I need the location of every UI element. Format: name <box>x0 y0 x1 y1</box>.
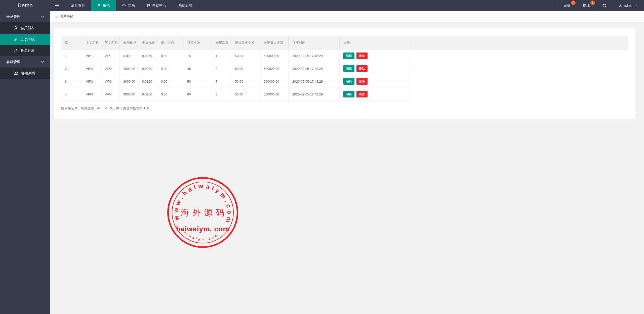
column-header: 佣金比例 <box>138 36 157 49</box>
cell-price: 6000.00 <box>119 88 138 101</box>
cell-withdraw_count: 4 <box>212 49 231 62</box>
users-icon <box>14 72 18 75</box>
breadcrumb-arrow-icon: » <box>55 15 57 19</box>
cell-commission: 0.0050 <box>138 49 157 62</box>
sidebar-toggle-button[interactable] <box>50 0 65 11</box>
user-menu[interactable]: admin <box>613 0 644 11</box>
link-icon <box>14 49 18 53</box>
refresh-button[interactable] <box>596 0 613 11</box>
column-header: 中文名称 <box>82 36 101 49</box>
column-header: 提现最小金额 <box>231 36 260 49</box>
sidebar-group-service[interactable]: 客服管理 <box>0 56 50 68</box>
withdraw-button[interactable]: 提现 1 <box>577 0 596 11</box>
refresh-icon <box>602 4 607 8</box>
cell-cn_name: VIP3 <box>82 75 101 88</box>
edit-button[interactable]: 编辑 <box>343 91 354 97</box>
cell-actions: 编辑删除 <box>340 62 409 75</box>
recharge-badge: 0 <box>571 1 576 5</box>
cell-withdraw_count: 8 <box>212 88 231 101</box>
edit-button[interactable]: 编辑 <box>343 53 354 59</box>
sidebar: 会员管理 会员列表 会员等级 抢单列表 客服管理 客服列表 <box>0 11 50 314</box>
delete-button[interactable]: 删除 <box>356 91 368 97</box>
sidebar-item-member-list[interactable]: 会员列表 <box>0 22 50 34</box>
table-row: 3VIP3VIP33000.000.01500.0050750.00500000… <box>61 75 628 88</box>
edit-button[interactable]: 编辑 <box>343 65 354 72</box>
page-size-select[interactable]: 20 <box>95 105 108 111</box>
delete-button[interactable]: 删除 <box>356 78 368 85</box>
sidebar-group-member[interactable]: 会员管理 <box>0 11 50 22</box>
withdraw-badge: 1 <box>590 1 595 5</box>
hamburger-icon <box>55 4 60 7</box>
sidebar-item-order-list[interactable]: 抢单列表 <box>0 45 50 56</box>
edit-button[interactable]: 编辑 <box>343 78 354 85</box>
link-icon <box>14 37 18 41</box>
person-icon <box>14 26 18 30</box>
column-header: 英文名称 <box>101 36 119 49</box>
cell-price: 0.00 <box>119 49 138 62</box>
table-row: 4VIP4VIP46000.000.02000.0060850.00500000… <box>61 88 628 101</box>
cell-withdraw_max: 500000.00 <box>260 49 289 62</box>
column-header: 提现次数 <box>212 36 231 49</box>
cell-withdraw_min: 50.00 <box>231 62 260 75</box>
cell-id: 1 <box>61 49 82 62</box>
chevron-down-icon <box>41 61 44 63</box>
user-level-table: ID中文名称英文名称会员价格佣金比例最小余额接单次数提现次数提现最小金额提现最大… <box>61 36 628 101</box>
cell-id: 2 <box>61 62 82 75</box>
nav-item-trade[interactable]: 交易 <box>116 0 141 11</box>
cell-commission: 0.0150 <box>138 75 157 88</box>
cell-withdraw_count: 3 <box>212 62 231 75</box>
cell-order_count: 15 <box>183 49 212 62</box>
main-content: ID中文名称英文名称会员价格佣金比例最小余额接单次数提现次数提现最小金额提现最大… <box>50 22 644 314</box>
app-logo: Demo <box>0 0 50 11</box>
column-header: 最小余额 <box>157 36 183 49</box>
cell-register_time: 2020-02-05 17:48:29 <box>289 62 340 75</box>
cell-withdraw_min: 50.00 <box>231 75 260 88</box>
column-header: 操作 <box>340 36 409 49</box>
nav-item-role[interactable]: 角色 <box>91 0 116 11</box>
cell-register_time: 2020-02-05 17:48:29 <box>289 88 340 101</box>
cell-cn_name: VIP1 <box>82 49 101 62</box>
cell-en_name: VIP2 <box>101 62 119 75</box>
flag-icon <box>147 4 150 8</box>
sidebar-item-member-level[interactable]: 会员等级 <box>0 34 50 45</box>
sidebar-item-service-list[interactable]: 客服列表 <box>0 68 50 79</box>
chevron-down-icon <box>41 16 44 18</box>
cell-actions: 编辑删除 <box>340 49 409 62</box>
cell-order_count: 60 <box>183 88 212 101</box>
cell-price: 1000.00 <box>119 62 138 75</box>
nav-item-home[interactable]: 后台首页 <box>65 0 91 11</box>
cell-blank <box>409 62 628 75</box>
nav-item-system[interactable]: 系统管理 <box>172 0 198 11</box>
delete-button[interactable]: 删除 <box>356 65 368 72</box>
cell-min_balance: 0.00 <box>157 75 183 88</box>
breadcrumb-bar: » 用户等级 <box>50 11 644 22</box>
cell-withdraw_max: 500000.00 <box>260 62 289 75</box>
cell-min_balance: 0.00 <box>157 62 183 75</box>
cell-register_time: 2020-02-05 17:48:29 <box>289 75 340 88</box>
cell-min_balance: 0.00 <box>157 88 183 101</box>
cell-withdraw_min: 50.00 <box>231 49 260 62</box>
cell-id: 3 <box>61 75 82 88</box>
pagination-suffix: 条，共 1 页当前显示第 1 页。 <box>109 106 153 111</box>
nav-item-help[interactable]: 帮助中心 <box>141 0 172 11</box>
cell-price: 3000.00 <box>119 75 138 88</box>
cell-register_time: 2020-02-05 17:48:29 <box>289 49 340 62</box>
column-header: 接单次数 <box>183 36 212 49</box>
cell-en_name: VIP3 <box>101 75 119 88</box>
cell-id: 4 <box>61 88 82 101</box>
cell-en_name: VIP4 <box>101 88 119 101</box>
column-header: 注册时间 <box>289 36 340 49</box>
cell-actions: 编辑删除 <box>340 75 409 88</box>
topbar: Demo 后台首页 角色 交易 帮助中心 系统管理 充值 0 提现 <box>0 0 644 11</box>
person-icon <box>97 4 101 8</box>
cell-commission: 0.0090 <box>138 62 157 75</box>
delete-button[interactable]: 删除 <box>356 53 368 59</box>
cell-actions: 编辑删除 <box>340 88 409 101</box>
page-title: 用户等级 <box>59 14 73 19</box>
cell-withdraw_max: 500000.00 <box>260 88 289 101</box>
recharge-button[interactable]: 充值 0 <box>557 0 577 11</box>
cell-min_balance: 0.00 <box>157 49 183 62</box>
cell-withdraw_min: 50.00 <box>231 88 260 101</box>
column-header: 提现最大金额 <box>260 36 289 49</box>
cell-blank <box>409 88 628 101</box>
